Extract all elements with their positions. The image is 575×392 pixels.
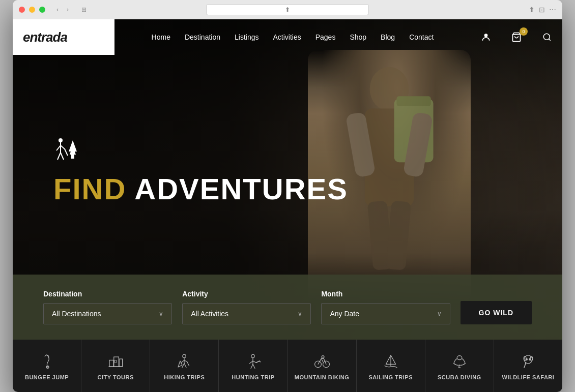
- hero-heading-main: ADVENTURES: [134, 172, 348, 205]
- activity-label: Activity: [182, 290, 311, 298]
- hero-heading-highlight: FIND: [53, 172, 126, 205]
- hero-heading: FIND ADVENTURES: [53, 174, 348, 204]
- minimize-button[interactable]: [29, 7, 35, 13]
- svg-rect-21: [71, 155, 74, 159]
- svg-point-12: [59, 138, 63, 142]
- city-tours-icon: [107, 352, 124, 370]
- share-icon: ⬆: [285, 6, 290, 13]
- svg-line-43: [260, 361, 261, 362]
- svg-line-17: [61, 153, 64, 160]
- cart-badge: 0: [520, 27, 528, 36]
- cart-button[interactable]: 0: [501, 19, 532, 55]
- category-sailing-trips[interactable]: SAILING TRIPS: [357, 340, 425, 392]
- site-content: entrada Home Destination Listings Activi…: [13, 19, 562, 392]
- svg-line-31: [184, 360, 187, 361]
- svg-line-32: [182, 363, 184, 367]
- svg-line-16: [58, 153, 61, 160]
- hunting-trip-icon: [245, 352, 261, 370]
- search-section: Destination All Destinations ∨ Activity …: [13, 275, 562, 340]
- mac-window: ‹ › ⊞ ⬆ ⬆ ⊡ ⋯: [13, 0, 562, 392]
- svg-rect-23: [109, 360, 113, 367]
- month-field: Month Any Date ∨: [321, 290, 450, 324]
- activity-chevron: ∨: [298, 310, 302, 317]
- more-icon[interactable]: ⋯: [549, 6, 556, 14]
- go-wild-button[interactable]: GO WILD: [461, 301, 532, 324]
- destination-field: Destination All Destinations ∨: [43, 290, 172, 324]
- svg-point-10: [543, 34, 550, 40]
- category-hunting-trip[interactable]: HUNTING TRIP: [219, 340, 288, 392]
- share-icon-right[interactable]: ⬆: [529, 6, 535, 14]
- svg-rect-3: [396, 96, 430, 106]
- hiker-icon: [53, 136, 348, 164]
- address-bar[interactable]: ⬆: [206, 4, 369, 15]
- svg-line-30: [182, 360, 185, 363]
- activity-value: All Activities: [191, 310, 228, 318]
- destination-select[interactable]: All Destinations ∨: [43, 303, 172, 324]
- back-icon[interactable]: ‹: [53, 6, 62, 14]
- nav-listings[interactable]: Listings: [235, 33, 258, 41]
- scuba-diving-label: SCUBA DIVING: [438, 374, 481, 380]
- svg-line-18: [65, 149, 68, 156]
- mountain-biking-label: MOUNTAIN BIKING: [295, 374, 350, 380]
- month-select[interactable]: Any Date ∨: [321, 303, 450, 324]
- category-bungee-jump[interactable]: BUNGEE JUMP: [13, 340, 81, 392]
- svg-point-52: [526, 358, 527, 360]
- fullscreen-icon[interactable]: ⊡: [539, 6, 545, 14]
- hunting-trip-label: HUNTING TRIP: [232, 374, 274, 380]
- svg-line-41: [253, 364, 255, 368]
- svg-point-53: [529, 358, 531, 360]
- hero-content: FIND ADVENTURES: [53, 136, 348, 204]
- category-scuba-diving[interactable]: SCUBA DIVING: [425, 340, 494, 392]
- hiking-trips-label: HIKING TRIPS: [164, 374, 205, 380]
- svg-rect-27: [115, 360, 117, 363]
- month-chevron: ∨: [437, 310, 442, 317]
- search-button[interactable]: [532, 19, 562, 55]
- svg-point-28: [183, 354, 186, 357]
- nav-home[interactable]: Home: [152, 33, 170, 41]
- month-label: Month: [321, 290, 450, 298]
- category-mountain-biking[interactable]: MOUNTAIN BIKING: [288, 340, 357, 392]
- titlebar: ‹ › ⊞ ⬆ ⬆ ⊡ ⋯: [13, 0, 562, 19]
- svg-point-46: [322, 355, 324, 358]
- search-fields: Destination All Destinations ∨ Activity …: [43, 290, 532, 324]
- nav-activities[interactable]: Activities: [273, 33, 301, 41]
- forward-icon[interactable]: ›: [64, 6, 72, 14]
- window-controls: ⬆ ⊡ ⋯: [529, 6, 556, 14]
- activity-select[interactable]: All Activities ∨: [182, 303, 311, 324]
- svg-line-39: [253, 361, 256, 363]
- hiking-trips-icon: [176, 352, 192, 370]
- mountain-biking-icon: [314, 352, 330, 370]
- logo-container: entrada: [13, 19, 114, 55]
- categories-bar: BUNGEE JUMP CITY TOURS: [13, 340, 562, 392]
- svg-point-36: [251, 354, 254, 357]
- svg-rect-25: [119, 359, 122, 367]
- svg-point-8: [484, 34, 488, 37]
- nav-blog[interactable]: Blog: [381, 33, 395, 41]
- logo-text: entrada: [23, 29, 67, 45]
- svg-line-33: [184, 363, 186, 367]
- svg-marker-35: [178, 361, 182, 367]
- city-tours-label: CITY TOURS: [98, 374, 134, 380]
- svg-line-15: [61, 145, 65, 149]
- category-hiking-trips[interactable]: HIKING TRIPS: [150, 340, 219, 392]
- nav-shop[interactable]: Shop: [350, 33, 366, 41]
- nav-pages[interactable]: Pages: [315, 33, 336, 41]
- category-wildlife-safari[interactable]: WILDLIFE SAFARI: [494, 340, 562, 392]
- nav-actions: 0: [471, 19, 562, 55]
- svg-line-40: [251, 364, 253, 368]
- nav-contact[interactable]: Contact: [409, 33, 434, 41]
- account-button[interactable]: [471, 19, 501, 55]
- nav-icons: ‹ ›: [53, 6, 72, 14]
- category-city-tours[interactable]: CITY TOURS: [81, 340, 150, 392]
- hero-section: entrada Home Destination Listings Activi…: [13, 19, 562, 340]
- svg-point-48: [457, 355, 462, 359]
- month-value: Any Date: [330, 310, 359, 318]
- navbar: entrada Home Destination Listings Activi…: [13, 19, 562, 55]
- sailing-trips-icon: [383, 352, 399, 370]
- close-button[interactable]: [19, 7, 25, 13]
- nav-links: Home Destination Listings Activities Pag…: [114, 33, 471, 41]
- layout-icon: ⊞: [80, 6, 88, 14]
- nav-destination[interactable]: Destination: [185, 33, 220, 41]
- sailing-trips-label: SAILING TRIPS: [368, 374, 413, 380]
- maximize-button[interactable]: [39, 7, 45, 13]
